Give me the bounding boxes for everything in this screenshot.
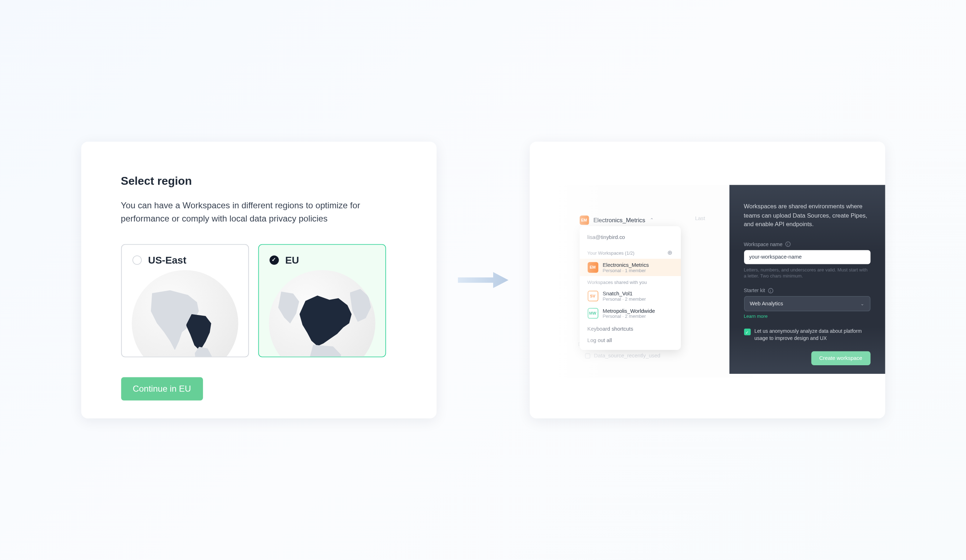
globe-us-icon xyxy=(131,270,238,357)
region-options: US-East EU xyxy=(121,244,396,357)
learn-more-link[interactable]: Learn more xyxy=(744,314,870,319)
starter-kit-label: Starter kit i xyxy=(744,288,870,293)
workspace-create-card: EM Electronics_Metrics ⌃ Last lisa@tinyb… xyxy=(529,142,885,418)
region-select-card: Select region You can have a Workspaces … xyxy=(81,142,437,418)
starter-kit-select[interactable]: Web Analytics ⌄ xyxy=(744,296,870,311)
region-title: Select region xyxy=(121,175,396,188)
create-workspace-button[interactable]: Create workspace xyxy=(811,351,870,365)
header-right-text: Last xyxy=(695,215,705,221)
region-label-us: US-East xyxy=(148,254,186,266)
create-workspace-panel: Workspaces are shared environments where… xyxy=(729,185,885,374)
workspace-name-label: Workspace name i xyxy=(744,241,870,247)
workspace-name-input[interactable] xyxy=(744,250,870,264)
info-icon[interactable]: i xyxy=(767,288,773,293)
chevron-up-icon: ⌃ xyxy=(650,218,654,223)
region-option-us-east[interactable]: US-East xyxy=(121,244,248,357)
fade-overlay xyxy=(529,172,613,385)
chevron-down-icon: ⌄ xyxy=(860,301,864,306)
add-workspace-icon[interactable]: ⊕ xyxy=(667,249,673,256)
radio-unchecked-icon xyxy=(132,255,141,265)
panel-intro: Workspaces are shared environments where… xyxy=(744,202,870,229)
region-option-eu[interactable]: EU xyxy=(258,244,386,357)
globe-eu-icon xyxy=(269,270,375,357)
arrow-right-icon xyxy=(456,270,509,290)
region-description: You can have a Workspaces in different r… xyxy=(121,199,387,226)
consent-checkbox[interactable]: ✓ xyxy=(744,329,751,335)
radio-checked-icon xyxy=(269,255,278,265)
continue-button[interactable]: Continue in EU xyxy=(121,377,203,401)
consent-text: Let us anonymously analyze data about pl… xyxy=(754,328,871,342)
info-icon[interactable]: i xyxy=(785,241,790,247)
workspace-name-hint: Letters, numbers, and underscores are va… xyxy=(744,267,870,280)
region-label-eu: EU xyxy=(285,254,299,266)
